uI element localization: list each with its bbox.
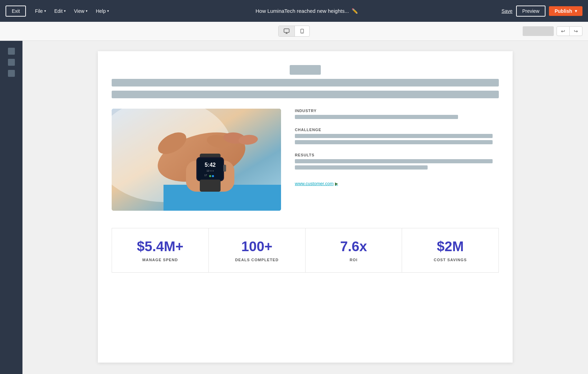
help-chevron-icon: ▾ [107,9,109,13]
content-image: 5:42 12 • • • 17 [112,109,281,211]
undo-button[interactable]: ↩ [557,27,570,36]
nav-menu: File ▾ Edit ▾ View ▾ Help ▾ [31,6,112,16]
view-menu[interactable]: View ▾ [71,6,91,16]
exit-button[interactable]: Exit [6,6,26,17]
stat-item-1: 100+ DEALS COMPLETED [209,228,306,272]
page-header [112,65,499,98]
svg-rect-0 [284,29,289,33]
challenge-line-1 [295,134,493,138]
stats-section: $5.4M+ MANAGE SPEND 100+ DEALS COMPLETED… [112,228,499,273]
edit-title-icon[interactable]: ✏️ [352,8,358,14]
canvas-area: 5:42 12 • • • 17 [22,41,588,374]
canvas-page: 5:42 12 • • • 17 [98,51,513,363]
stat-item-3: $2M COST SAVINGS [402,228,498,272]
content-section: 5:42 12 • • • 17 [112,109,499,211]
help-menu[interactable]: Help ▾ [92,6,112,16]
sidebar-icon-3[interactable] [8,70,15,77]
results-section: RESULTS [295,153,499,171]
content-info: INDUSTRY CHALLENGE RESULTS [295,109,499,211]
svg-rect-24 [223,165,226,172]
edit-menu[interactable]: Edit ▾ [51,6,69,16]
results-line-2 [295,165,428,170]
challenge-section: CHALLENGE [295,128,499,146]
results-label: RESULTS [295,153,499,157]
device-toggle [278,26,310,37]
stat-value-3: $2M [409,239,492,254]
file-menu[interactable]: File ▾ [31,6,49,16]
preview-button[interactable]: Preview [516,6,546,17]
mobile-view-button[interactable] [295,26,309,36]
svg-point-22 [212,175,214,177]
stat-label-0: MANAGE SPEND [119,258,202,262]
sidebar-icon-2[interactable] [8,59,15,66]
stat-value-0: $5.4M+ [119,239,202,254]
svg-text:5:42: 5:42 [205,162,216,168]
navbar-right: Save Preview Publish ▾ [502,6,582,17]
toolbar-placeholder [523,26,554,36]
edit-chevron-icon: ▾ [64,9,66,13]
header-line-1 [112,79,499,86]
toolbar-bar: ↩ ↪ [0,22,588,41]
results-line-1 [295,159,493,163]
navbar-left: Exit File ▾ Edit ▾ View ▾ Help ▾ [6,6,112,17]
svg-text:17: 17 [204,174,207,176]
page-title: How LuminaTech reached new heights... [255,8,349,14]
view-chevron-icon: ▾ [86,9,87,13]
save-button[interactable]: Save [502,8,513,14]
stat-label-3: COST SAVINGS [409,258,492,262]
svg-point-21 [209,175,211,177]
svg-rect-23 [200,180,221,192]
undo-redo-group: ↩ ↪ [557,26,582,36]
stat-label-1: DEALS COMPLETED [216,258,298,262]
desktop-view-button[interactable] [279,26,295,36]
svg-text:12 • • •: 12 • • • [207,170,214,172]
navbar: Exit File ▾ Edit ▾ View ▾ Help ▾ How Lum… [0,0,588,22]
main-layout: 5:42 12 • • • 17 [0,41,588,374]
publish-chevron-icon: ▾ [575,9,577,13]
sidebar-icon-1[interactable] [8,48,15,55]
industry-label: INDUSTRY [295,109,499,113]
redo-button[interactable]: ↪ [570,27,582,36]
file-chevron-icon: ▾ [44,9,46,13]
challenge-line-2 [295,140,493,144]
sidebar [0,41,22,374]
header-line-2 [112,91,499,98]
stat-item-0: $5.4M+ MANAGE SPEND [112,228,209,272]
navbar-center: How LuminaTech reached new heights... ✏️ [112,8,502,14]
stat-label-2: ROI [312,258,395,262]
link-arrow-icon: ▶ [335,181,338,186]
industry-line [295,115,458,119]
stat-value-2: 7.6x [312,239,395,254]
challenge-label: CHALLENGE [295,128,499,132]
publish-button[interactable]: Publish ▾ [549,6,582,16]
toolbar-right: ↩ ↪ [523,26,582,36]
logo-placeholder [290,65,321,75]
stat-item-2: 7.6x ROI [306,228,402,272]
industry-section: INDUSTRY [295,109,499,121]
customer-link[interactable]: www.customer.com ▶ [295,181,499,186]
stat-value-1: 100+ [216,239,298,254]
